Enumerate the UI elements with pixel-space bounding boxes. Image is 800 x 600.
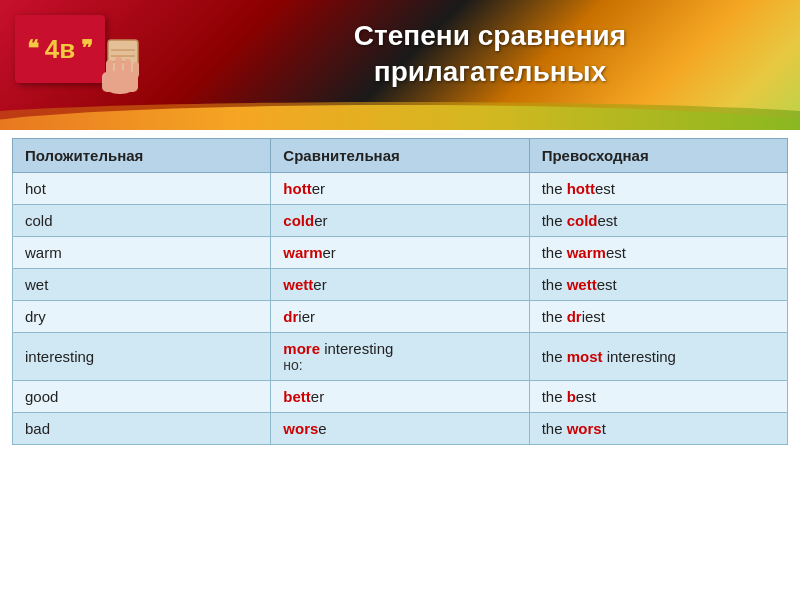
table-header-row: Положительная Сравнительная Превосходная [13,139,788,173]
badge-quote-left: ❝ [27,38,39,60]
positive-cold: cold [13,205,271,237]
comparative-drier: drier [271,301,529,333]
column-header-comparative: Сравнительная [271,139,529,173]
svg-rect-9 [133,62,139,77]
superlative-driest: the driest [529,301,787,333]
hand-illustration [80,10,160,100]
positive-good: good [13,381,271,413]
table-row: bad worse the worst [13,413,788,445]
comparative-worse: worse [271,413,529,445]
superlative-hottest: the hottest [529,173,787,205]
table-row: cold colder the coldest [13,205,788,237]
adjectives-table: Положительная Сравнительная Превосходная… [12,138,788,445]
superlative-warmest: the warmest [529,237,787,269]
comparative-hotter: hotter [271,173,529,205]
comparative-warmer: warmer [271,237,529,269]
adjectives-table-container: Положительная Сравнительная Превосходная… [0,130,800,453]
comparative-more-interesting: more interesting но: [271,333,529,381]
svg-rect-7 [115,57,122,77]
positive-dry: dry [13,301,271,333]
positive-wet: wet [13,269,271,301]
page-title: Степени сравнения прилагательных [200,18,780,91]
badge-label: 4в [45,34,75,65]
column-header-superlative: Превосходная [529,139,787,173]
svg-rect-6 [106,60,113,78]
table-row: dry drier the driest [13,301,788,333]
comparative-wetter: wetter [271,269,529,301]
superlative-coldest: the coldest [529,205,787,237]
column-header-positive: Положительная [13,139,271,173]
superlative-wettest: the wettest [529,269,787,301]
table-row: good better the best [13,381,788,413]
positive-warm: warm [13,237,271,269]
header: ❝ 4в ❞ Степени сравнения прилагательных [0,0,800,130]
table-row: wet wetter the wettest [13,269,788,301]
positive-hot: hot [13,173,271,205]
table-row: interesting more interesting но: the mos… [13,333,788,381]
comparative-better: better [271,381,529,413]
positive-bad: bad [13,413,271,445]
comparative-colder: colder [271,205,529,237]
table-row: warm warmer the warmest [13,237,788,269]
superlative-worst: the worst [529,413,787,445]
positive-interesting: interesting [13,333,271,381]
svg-rect-8 [124,59,131,77]
superlative-best: the best [529,381,787,413]
table-row: hot hotter the hottest [13,173,788,205]
superlative-most-interesting: the most interesting [529,333,787,381]
